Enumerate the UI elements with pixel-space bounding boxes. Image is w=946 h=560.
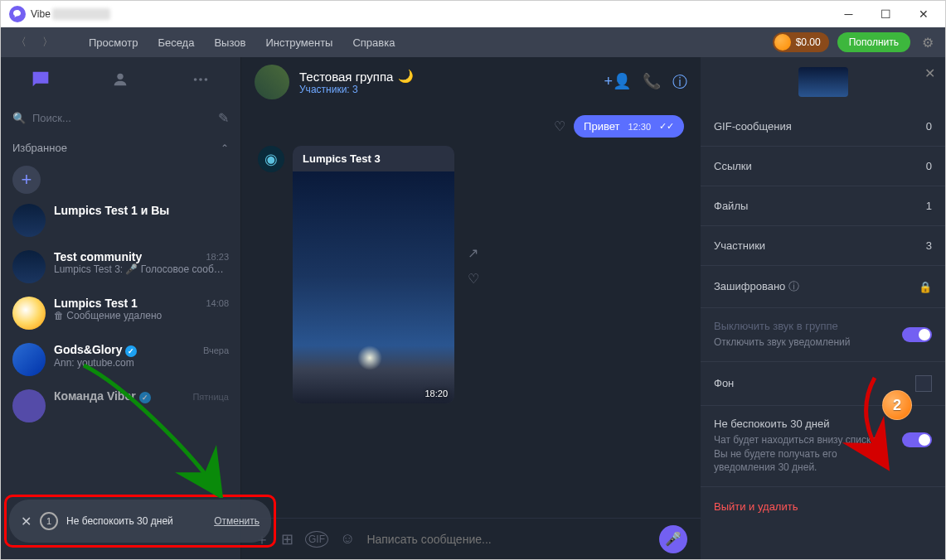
sidebar: 🔍 Поиск... ✎ Избранное ⌃ + Lumpics Test … — [1, 57, 241, 559]
svg-point-1 — [194, 78, 197, 81]
toast-notification: ✕ 1 Не беспокоить 30 дней Отменить — [7, 498, 273, 544]
forward-icon[interactable]: ↗ — [468, 245, 479, 261]
like-icon[interactable]: ♡ — [468, 271, 479, 287]
panel-gif[interactable]: GIF-сообщения0 — [701, 107, 945, 147]
info-panel: ✕ GIF-сообщения0 Ссылки0 Файлы1 Участник… — [701, 57, 945, 559]
tab-chats[interactable] — [24, 63, 57, 96]
toast-close[interactable]: ✕ — [21, 514, 32, 529]
panel-links[interactable]: Ссылки0 — [701, 147, 945, 186]
mute-toggle[interactable] — [902, 327, 932, 342]
search-icon: 🔍 — [12, 112, 26, 124]
image-attachment[interactable]: Lumpics Test 3 18:20 — [293, 146, 454, 403]
panel-dnd: Не беспокоить 30 дней Чат будет находить… — [701, 406, 945, 487]
message-input[interactable] — [366, 533, 648, 546]
minimize-button[interactable]: ─ — [830, 2, 867, 27]
verified-icon: ✓ — [139, 392, 151, 403]
close-button[interactable]: ✕ — [905, 2, 942, 27]
emoji-icon[interactable]: ☺ — [340, 530, 355, 548]
menu-help[interactable]: Справка — [344, 33, 403, 52]
avatar — [12, 204, 46, 237]
panel-encrypted[interactable]: Зашифровано ⓘ🔒 — [701, 266, 945, 308]
maximize-button[interactable]: ☐ — [867, 2, 905, 27]
settings-icon[interactable]: ⚙ — [919, 31, 937, 54]
mic-button[interactable]: 🎤 — [659, 525, 687, 553]
panel-close[interactable]: ✕ — [924, 65, 935, 81]
balance-pill[interactable]: $0.00 — [773, 32, 829, 52]
moon-icon: 🌙 — [398, 69, 414, 84]
avatar — [12, 343, 46, 376]
coin-icon — [774, 34, 791, 51]
toast-count: 1 — [40, 512, 58, 530]
bg-swatch[interactable] — [915, 375, 932, 392]
balance-amount: $0.00 — [796, 36, 821, 48]
menu-call[interactable]: Вызов — [206, 33, 254, 52]
svg-point-3 — [204, 78, 207, 81]
exit-delete[interactable]: Выйти и удалить — [701, 487, 945, 526]
titlebar: Vibe ─ ☐ ✕ — [1, 1, 945, 27]
avatar — [12, 250, 46, 283]
compose-icon[interactable]: ✎ — [218, 110, 229, 126]
read-icon: ✓✓ — [659, 121, 674, 132]
toast-text: Не беспокоить 30 дней — [66, 515, 206, 527]
search-input[interactable]: 🔍 Поиск... — [12, 112, 218, 124]
svg-point-0 — [118, 74, 124, 80]
chat-area: Тестовая группа🌙 Участники: 3 +👤 📞 ⓘ ♡ П… — [241, 57, 701, 559]
members-link[interactable]: Участники: 3 — [299, 84, 594, 95]
chat-item[interactable]: Lumpics Test 114:08 🗑 Сообщение удалено — [1, 290, 240, 336]
preview-image — [798, 67, 848, 97]
info-icon: ⓘ — [788, 280, 799, 292]
group-avatar[interactable] — [255, 65, 289, 99]
gif-icon[interactable]: GIF — [305, 531, 328, 548]
chat-item[interactable]: Команда Viber✓Пятница — [1, 383, 240, 429]
input-bar: ＋ ⊞ GIF ☺ 🎤 — [241, 518, 701, 559]
like-icon[interactable]: ♡ — [554, 118, 565, 134]
verified-icon: ✓ — [125, 345, 137, 357]
tab-contacts[interactable] — [104, 63, 137, 96]
dnd-toggle[interactable] — [902, 432, 932, 447]
chat-header: Тестовая группа🌙 Участники: 3 +👤 📞 ⓘ — [241, 57, 701, 107]
tab-more[interactable] — [184, 63, 217, 96]
blurred-text — [52, 8, 110, 20]
panel-files[interactable]: Файлы1 — [701, 186, 945, 226]
app-icon — [9, 6, 26, 22]
nav-forward[interactable]: 〉 — [36, 32, 59, 52]
chevron-up-icon: ⌃ — [221, 142, 229, 154]
favorites-header[interactable]: Избранное ⌃ — [1, 133, 240, 162]
lock-icon: 🔒 — [919, 281, 932, 293]
chat-item[interactable]: Test community18:23 Lumpics Test 3: 🎤 Го… — [1, 244, 240, 290]
chat-item[interactable]: Lumpics Test 1 и Вы — [1, 197, 240, 244]
menu-chat[interactable]: Беседа — [149, 33, 202, 52]
add-member-icon[interactable]: +👤 — [604, 72, 631, 92]
topup-button[interactable]: Пополнить — [837, 32, 910, 52]
menubar: 〈 〉 Просмотр Беседа Вызов Инструменты Сп… — [1, 27, 945, 57]
message-bubble[interactable]: Привет 12:30 ✓✓ — [574, 115, 684, 138]
media-icon[interactable]: ⊞ — [281, 530, 294, 548]
nav-back[interactable]: 〈 — [9, 32, 32, 52]
chat-item[interactable]: Gods&Glory✓Вчера Ann: youtube.com — [1, 336, 240, 383]
menu-tools[interactable]: Инструменты — [257, 33, 341, 52]
annotation-marker: 2 — [882, 390, 912, 420]
add-favorite-button[interactable]: + — [12, 166, 41, 194]
window-title: Vibe — [31, 8, 51, 20]
search-placeholder: Поиск... — [32, 112, 71, 124]
panel-members[interactable]: Участники3 — [701, 226, 945, 266]
avatar — [12, 389, 46, 422]
svg-point-2 — [199, 78, 202, 81]
avatar — [12, 297, 46, 330]
toast-undo[interactable]: Отменить — [214, 515, 260, 527]
call-icon[interactable]: 📞 — [643, 72, 661, 92]
sender-avatar[interactable]: ◉ — [258, 146, 284, 172]
menu-view[interactable]: Просмотр — [80, 33, 146, 52]
panel-mute: Выключить звук в группе Отключить звук у… — [701, 308, 945, 362]
info-icon[interactable]: ⓘ — [672, 72, 687, 92]
